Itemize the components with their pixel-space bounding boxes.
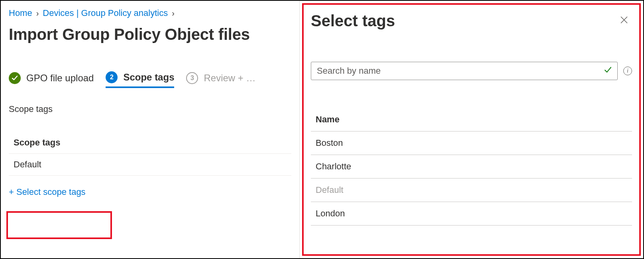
tags-table: Name BostonCharlotteDefaultLondon	[311, 108, 632, 226]
tag-row[interactable]: Boston	[311, 131, 632, 155]
wizard-tabs: GPO file upload 2 Scope tags 3 Review + …	[9, 71, 291, 88]
annotation-highlight	[6, 211, 112, 239]
tag-row: Default	[311, 179, 632, 202]
select-scope-tags-button[interactable]: + Select scope tags	[9, 187, 86, 197]
tab-review-create[interactable]: 3 Review + …	[186, 72, 255, 87]
step-number-icon: 2	[106, 71, 118, 83]
checkmark-icon	[9, 72, 21, 84]
tab-scope-tags[interactable]: 2 Scope tags	[106, 71, 174, 88]
panel-title: Select tags	[311, 12, 395, 30]
scope-tags-table: Scope tags Default	[9, 132, 291, 176]
close-icon	[620, 16, 628, 24]
breadcrumb: Home › Devices | Group Policy analytics …	[9, 8, 291, 18]
tab-label: Review + …	[204, 73, 255, 84]
breadcrumb-devices[interactable]: Devices | Group Policy analytics	[43, 8, 168, 18]
main-content: Home › Devices | Group Policy analytics …	[1, 1, 300, 258]
tab-label: GPO file upload	[26, 73, 94, 84]
tag-row[interactable]: London	[311, 202, 632, 226]
tab-gpo-file-upload[interactable]: GPO file upload	[9, 72, 94, 87]
step-number-icon: 3	[186, 72, 198, 84]
info-icon[interactable]: i	[623, 67, 632, 75]
close-button[interactable]	[616, 12, 632, 28]
page-title: Import Group Policy Object files	[9, 26, 291, 43]
select-tags-panel: Select tags i Name BostonCharlotteDefaul…	[300, 1, 643, 258]
table-row: Default	[9, 154, 291, 176]
search-input[interactable]	[317, 66, 601, 76]
check-icon	[604, 66, 612, 76]
chevron-right-icon: ›	[172, 9, 175, 18]
tag-row[interactable]: Charlotte	[311, 155, 632, 179]
column-header: Scope tags	[9, 132, 291, 154]
column-header: Name	[311, 108, 632, 131]
tab-label: Scope tags	[123, 72, 174, 83]
breadcrumb-home[interactable]: Home	[9, 8, 32, 18]
section-label: Scope tags	[9, 104, 291, 114]
chevron-right-icon: ›	[36, 9, 39, 18]
search-input-wrapper	[311, 62, 618, 80]
